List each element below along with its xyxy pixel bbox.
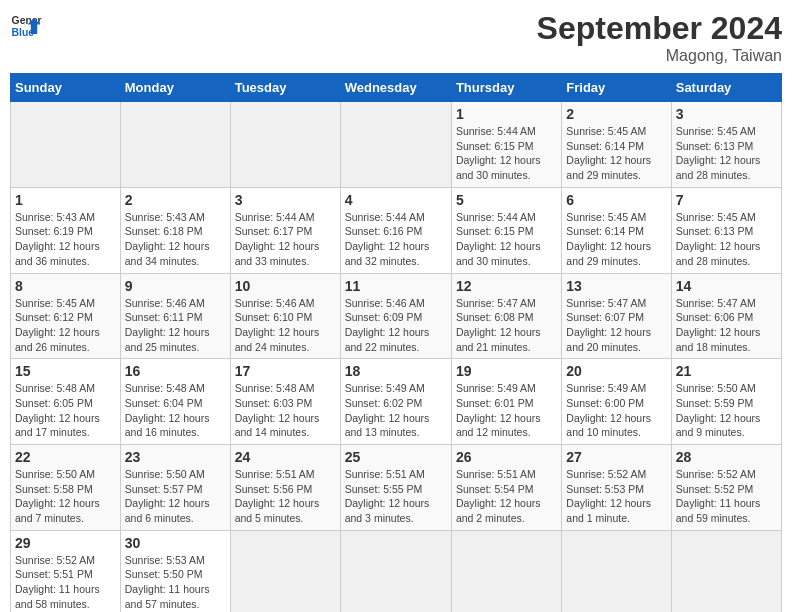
day-number: 29 bbox=[15, 535, 116, 551]
calendar-cell: 17Sunrise: 5:48 AMSunset: 6:03 PMDayligh… bbox=[230, 359, 340, 445]
calendar-cell: 16Sunrise: 5:48 AMSunset: 6:04 PMDayligh… bbox=[120, 359, 230, 445]
calendar-week-4: 22Sunrise: 5:50 AMSunset: 5:58 PMDayligh… bbox=[11, 445, 782, 531]
day-info: Sunrise: 5:48 AMSunset: 6:05 PMDaylight:… bbox=[15, 381, 116, 440]
day-number: 20 bbox=[566, 363, 666, 379]
day-info: Sunrise: 5:49 AMSunset: 6:01 PMDaylight:… bbox=[456, 381, 557, 440]
day-number: 14 bbox=[676, 278, 777, 294]
calendar-cell: 1Sunrise: 5:43 AMSunset: 6:19 PMDaylight… bbox=[11, 187, 121, 273]
calendar-cell: 28Sunrise: 5:52 AMSunset: 5:52 PMDayligh… bbox=[671, 445, 781, 531]
calendar-cell bbox=[230, 102, 340, 188]
col-header-thursday: Thursday bbox=[451, 74, 561, 102]
day-info: Sunrise: 5:46 AMSunset: 6:11 PMDaylight:… bbox=[125, 296, 226, 355]
day-number: 17 bbox=[235, 363, 336, 379]
day-info: Sunrise: 5:45 AMSunset: 6:12 PMDaylight:… bbox=[15, 296, 116, 355]
calendar-table: SundayMondayTuesdayWednesdayThursdayFrid… bbox=[10, 73, 782, 612]
day-info: Sunrise: 5:49 AMSunset: 6:00 PMDaylight:… bbox=[566, 381, 666, 440]
day-info: Sunrise: 5:50 AMSunset: 5:57 PMDaylight:… bbox=[125, 467, 226, 526]
day-number: 15 bbox=[15, 363, 116, 379]
calendar-cell: 8Sunrise: 5:45 AMSunset: 6:12 PMDaylight… bbox=[11, 273, 121, 359]
day-number: 28 bbox=[676, 449, 777, 465]
day-info: Sunrise: 5:44 AMSunset: 6:15 PMDaylight:… bbox=[456, 210, 557, 269]
calendar-cell bbox=[230, 530, 340, 612]
calendar-cell: 13Sunrise: 5:47 AMSunset: 6:07 PMDayligh… bbox=[562, 273, 671, 359]
day-info: Sunrise: 5:43 AMSunset: 6:19 PMDaylight:… bbox=[15, 210, 116, 269]
calendar-cell: 3Sunrise: 5:45 AMSunset: 6:13 PMDaylight… bbox=[671, 102, 781, 188]
col-header-monday: Monday bbox=[120, 74, 230, 102]
calendar-cell bbox=[671, 530, 781, 612]
day-info: Sunrise: 5:43 AMSunset: 6:18 PMDaylight:… bbox=[125, 210, 226, 269]
calendar-cell: 6Sunrise: 5:45 AMSunset: 6:14 PMDaylight… bbox=[562, 187, 671, 273]
calendar-cell: 2Sunrise: 5:43 AMSunset: 6:18 PMDaylight… bbox=[120, 187, 230, 273]
col-header-tuesday: Tuesday bbox=[230, 74, 340, 102]
day-info: Sunrise: 5:46 AMSunset: 6:09 PMDaylight:… bbox=[345, 296, 447, 355]
day-info: Sunrise: 5:45 AMSunset: 6:13 PMDaylight:… bbox=[676, 124, 777, 183]
day-info: Sunrise: 5:52 AMSunset: 5:51 PMDaylight:… bbox=[15, 553, 116, 612]
day-number: 27 bbox=[566, 449, 666, 465]
logo-icon: General Blue bbox=[10, 10, 42, 42]
month-title: September 2024 bbox=[537, 10, 782, 47]
day-number: 10 bbox=[235, 278, 336, 294]
calendar-cell: 23Sunrise: 5:50 AMSunset: 5:57 PMDayligh… bbox=[120, 445, 230, 531]
day-info: Sunrise: 5:47 AMSunset: 6:08 PMDaylight:… bbox=[456, 296, 557, 355]
day-info: Sunrise: 5:44 AMSunset: 6:15 PMDaylight:… bbox=[456, 124, 557, 183]
calendar-cell bbox=[11, 102, 121, 188]
day-number: 3 bbox=[235, 192, 336, 208]
calendar-cell bbox=[120, 102, 230, 188]
col-header-friday: Friday bbox=[562, 74, 671, 102]
day-number: 12 bbox=[456, 278, 557, 294]
day-info: Sunrise: 5:51 AMSunset: 5:55 PMDaylight:… bbox=[345, 467, 447, 526]
calendar-cell: 27Sunrise: 5:52 AMSunset: 5:53 PMDayligh… bbox=[562, 445, 671, 531]
day-info: Sunrise: 5:44 AMSunset: 6:16 PMDaylight:… bbox=[345, 210, 447, 269]
calendar-cell: 5Sunrise: 5:44 AMSunset: 6:15 PMDaylight… bbox=[451, 187, 561, 273]
calendar-cell: 20Sunrise: 5:49 AMSunset: 6:00 PMDayligh… bbox=[562, 359, 671, 445]
day-number: 21 bbox=[676, 363, 777, 379]
calendar-week-1: 1Sunrise: 5:43 AMSunset: 6:19 PMDaylight… bbox=[11, 187, 782, 273]
calendar-cell: 25Sunrise: 5:51 AMSunset: 5:55 PMDayligh… bbox=[340, 445, 451, 531]
calendar-cell: 9Sunrise: 5:46 AMSunset: 6:11 PMDaylight… bbox=[120, 273, 230, 359]
calendar-week-3: 15Sunrise: 5:48 AMSunset: 6:05 PMDayligh… bbox=[11, 359, 782, 445]
calendar-cell: 12Sunrise: 5:47 AMSunset: 6:08 PMDayligh… bbox=[451, 273, 561, 359]
col-header-saturday: Saturday bbox=[671, 74, 781, 102]
calendar-cell: 11Sunrise: 5:46 AMSunset: 6:09 PMDayligh… bbox=[340, 273, 451, 359]
day-info: Sunrise: 5:48 AMSunset: 6:04 PMDaylight:… bbox=[125, 381, 226, 440]
calendar-cell: 22Sunrise: 5:50 AMSunset: 5:58 PMDayligh… bbox=[11, 445, 121, 531]
calendar-cell: 14Sunrise: 5:47 AMSunset: 6:06 PMDayligh… bbox=[671, 273, 781, 359]
calendar-cell: 18Sunrise: 5:49 AMSunset: 6:02 PMDayligh… bbox=[340, 359, 451, 445]
calendar-cell bbox=[340, 530, 451, 612]
day-number: 6 bbox=[566, 192, 666, 208]
day-info: Sunrise: 5:48 AMSunset: 6:03 PMDaylight:… bbox=[235, 381, 336, 440]
calendar-week-0: 1Sunrise: 5:44 AMSunset: 6:15 PMDaylight… bbox=[11, 102, 782, 188]
calendar-cell: 19Sunrise: 5:49 AMSunset: 6:01 PMDayligh… bbox=[451, 359, 561, 445]
day-number: 9 bbox=[125, 278, 226, 294]
calendar-cell bbox=[340, 102, 451, 188]
day-info: Sunrise: 5:51 AMSunset: 5:54 PMDaylight:… bbox=[456, 467, 557, 526]
calendar-cell: 29Sunrise: 5:52 AMSunset: 5:51 PMDayligh… bbox=[11, 530, 121, 612]
page-header: General Blue September 2024 Magong, Taiw… bbox=[10, 10, 782, 65]
day-info: Sunrise: 5:52 AMSunset: 5:53 PMDaylight:… bbox=[566, 467, 666, 526]
calendar-cell: 24Sunrise: 5:51 AMSunset: 5:56 PMDayligh… bbox=[230, 445, 340, 531]
day-info: Sunrise: 5:50 AMSunset: 5:59 PMDaylight:… bbox=[676, 381, 777, 440]
day-number: 22 bbox=[15, 449, 116, 465]
calendar-cell: 26Sunrise: 5:51 AMSunset: 5:54 PMDayligh… bbox=[451, 445, 561, 531]
day-info: Sunrise: 5:49 AMSunset: 6:02 PMDaylight:… bbox=[345, 381, 447, 440]
day-info: Sunrise: 5:45 AMSunset: 6:14 PMDaylight:… bbox=[566, 210, 666, 269]
day-number: 24 bbox=[235, 449, 336, 465]
day-number: 1 bbox=[456, 106, 557, 122]
day-number: 16 bbox=[125, 363, 226, 379]
calendar-cell: 4Sunrise: 5:44 AMSunset: 6:16 PMDaylight… bbox=[340, 187, 451, 273]
day-number: 5 bbox=[456, 192, 557, 208]
day-number: 30 bbox=[125, 535, 226, 551]
calendar-cell bbox=[562, 530, 671, 612]
title-block: September 2024 Magong, Taiwan bbox=[537, 10, 782, 65]
col-header-sunday: Sunday bbox=[11, 74, 121, 102]
day-info: Sunrise: 5:50 AMSunset: 5:58 PMDaylight:… bbox=[15, 467, 116, 526]
logo: General Blue bbox=[10, 10, 42, 42]
day-info: Sunrise: 5:45 AMSunset: 6:13 PMDaylight:… bbox=[676, 210, 777, 269]
day-number: 11 bbox=[345, 278, 447, 294]
day-info: Sunrise: 5:46 AMSunset: 6:10 PMDaylight:… bbox=[235, 296, 336, 355]
day-number: 25 bbox=[345, 449, 447, 465]
day-number: 4 bbox=[345, 192, 447, 208]
day-info: Sunrise: 5:53 AMSunset: 5:50 PMDaylight:… bbox=[125, 553, 226, 612]
day-info: Sunrise: 5:45 AMSunset: 6:14 PMDaylight:… bbox=[566, 124, 666, 183]
day-number: 18 bbox=[345, 363, 447, 379]
